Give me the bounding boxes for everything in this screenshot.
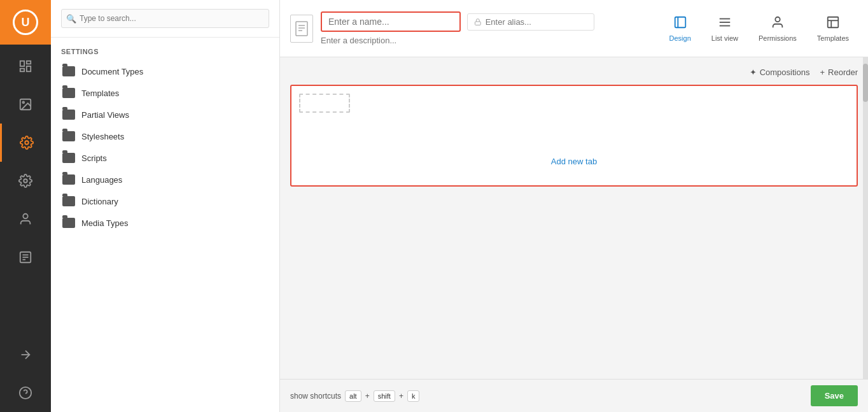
sidebar-item-partial-views[interactable]: Partial Views	[56, 104, 274, 125]
svg-point-7	[24, 179, 27, 183]
main-content: Design List view Permissions Templates	[280, 0, 868, 412]
sidebar: 🔍 SETTINGS Document Types Templates Part…	[51, 0, 280, 412]
sidebar-item-label: Templates	[81, 89, 119, 98]
users-nav-icon[interactable]	[0, 200, 51, 238]
shortcut-plus-2: +	[399, 392, 403, 401]
sidebar-item-label: Stylesheets	[81, 132, 124, 141]
settings-nav-icon[interactable]	[0, 124, 51, 162]
svg-rect-1	[27, 61, 31, 64]
permissions-tab[interactable]: Permissions	[750, 10, 806, 47]
search-icon: 🔍	[66, 14, 76, 24]
sidebar-item-label: Document Types	[81, 67, 143, 76]
save-button[interactable]: Save	[811, 385, 858, 406]
svg-point-26	[775, 17, 780, 21]
redirect-nav-icon[interactable]	[0, 336, 51, 374]
folder-icon	[62, 174, 75, 185]
shortcut-alt-key: alt	[345, 390, 361, 402]
sidebar-item-label: Languages	[81, 175, 122, 185]
show-shortcuts-label: show shortcuts	[290, 392, 341, 401]
sidebar-item-templates[interactable]: Templates	[56, 82, 274, 104]
forms-nav-icon[interactable]	[0, 238, 51, 276]
svg-rect-16	[296, 22, 307, 36]
reorder-button[interactable]: + Reorder	[820, 67, 858, 77]
sidebar-item-media-types[interactable]: Media Types	[56, 212, 274, 234]
sidebar-item-languages[interactable]: Languages	[56, 169, 274, 190]
tab-area: Add new tab	[290, 85, 858, 187]
logo-circle: U	[13, 10, 38, 35]
shortcut-k-key: k	[407, 390, 420, 402]
sidebar-item-label: Media Types	[81, 218, 128, 228]
tab-placeholder	[299, 94, 350, 113]
list-view-icon	[718, 15, 732, 32]
design-icon	[673, 15, 687, 32]
shortcuts-area: show shortcuts alt + shift + k	[290, 390, 419, 402]
compositions-button[interactable]: ✦ Compositions	[750, 67, 810, 77]
reorder-label: Reorder	[828, 67, 858, 77]
alias-input[interactable]	[486, 17, 587, 27]
folder-icon	[62, 196, 75, 206]
add-new-tab-label: Add new tab	[551, 157, 597, 166]
top-bar: Design List view Permissions Templates	[280, 0, 868, 57]
sidebar-menu: Document Types Templates Partial Views S…	[51, 60, 279, 234]
shortcut-shift-key: shift	[374, 390, 395, 402]
sidebar-search-area: 🔍	[51, 0, 279, 38]
folder-icon	[62, 66, 75, 76]
sidebar-item-label: Scripts	[81, 153, 107, 163]
svg-rect-21	[675, 17, 685, 27]
svg-point-5	[22, 101, 24, 103]
description-row	[321, 36, 653, 45]
templates-icon	[826, 15, 840, 32]
sidebar-item-document-types[interactable]: Document Types	[56, 60, 274, 82]
svg-rect-27	[828, 17, 839, 27]
templates-tab[interactable]: Templates	[808, 10, 858, 47]
media-nav-icon[interactable]	[0, 85, 51, 124]
app-logo[interactable]: U	[0, 0, 51, 45]
description-input[interactable]	[321, 36, 588, 45]
content-toolbar: ✦ Compositions + Reorder	[290, 67, 858, 77]
design-tab[interactable]: Design	[661, 10, 700, 47]
folder-icon	[62, 218, 75, 228]
sidebar-item-label: Dictionary	[81, 197, 118, 206]
name-input[interactable]	[321, 11, 461, 32]
svg-point-6	[25, 141, 29, 145]
svg-rect-0	[20, 61, 24, 66]
sidebar-item-dictionary[interactable]: Dictionary	[56, 190, 274, 212]
permissions-icon	[771, 15, 785, 32]
config-nav-icon[interactable]	[0, 162, 51, 200]
sidebar-item-scripts[interactable]: Scripts	[56, 147, 274, 169]
svg-point-8	[23, 214, 27, 218]
scrollbar-track[interactable]	[863, 57, 868, 379]
content-nav-icon[interactable]	[0, 47, 51, 85]
svg-rect-2	[27, 66, 31, 71]
content-area: ✦ Compositions + Reorder Add new tab	[280, 57, 868, 379]
shortcut-plus-1: +	[365, 392, 370, 401]
footer: show shortcuts alt + shift + k Save	[280, 379, 868, 412]
folder-icon	[62, 131, 75, 141]
top-bar-fields	[321, 11, 653, 45]
sidebar-item-stylesheets[interactable]: Stylesheets	[56, 125, 274, 147]
design-label: Design	[669, 34, 691, 42]
alias-wrap	[467, 13, 594, 31]
list-view-tab[interactable]: List view	[703, 10, 747, 47]
folder-icon	[62, 153, 75, 163]
folder-icon	[62, 88, 75, 98]
scrollbar-thumb[interactable]	[863, 64, 868, 102]
add-new-tab-button[interactable]: Add new tab	[551, 157, 597, 166]
search-input[interactable]	[61, 9, 269, 28]
lock-icon	[474, 18, 482, 26]
templates-label: Templates	[817, 34, 849, 42]
svg-rect-20	[475, 22, 480, 25]
settings-section-label: SETTINGS	[51, 38, 279, 60]
svg-rect-3	[20, 69, 24, 72]
sidebar-item-label: Partial Views	[81, 110, 129, 120]
plus-icon: +	[820, 67, 825, 77]
icon-bar: U	[0, 0, 51, 412]
help-nav-icon[interactable]	[0, 374, 51, 412]
document-type-icon	[290, 15, 313, 43]
list-view-label: List view	[711, 34, 738, 42]
top-bar-actions: Design List view Permissions Templates	[661, 10, 858, 47]
folder-icon	[62, 110, 75, 120]
compositions-label: Compositions	[760, 67, 810, 77]
name-alias-row	[321, 11, 653, 32]
permissions-label: Permissions	[759, 34, 797, 42]
